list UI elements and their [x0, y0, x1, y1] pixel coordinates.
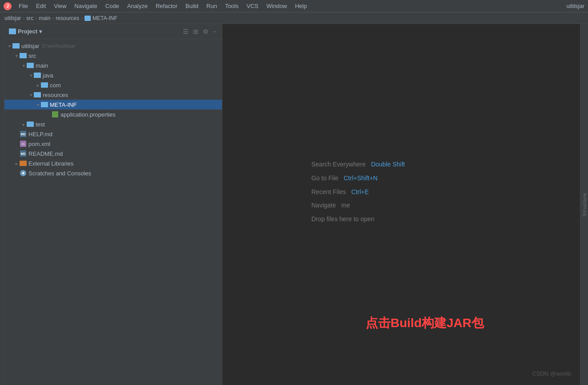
breadcrumb-item-1[interactable]: src: [26, 15, 33, 21]
right-sidebar: Structure: [580, 24, 588, 385]
collapse-all-button[interactable]: ☰: [182, 27, 189, 36]
structure-label: Structure: [582, 193, 587, 217]
menu-vcs[interactable]: VCS: [243, 1, 262, 11]
menu-analyze[interactable]: Analyze: [124, 1, 151, 11]
navigate-suffix: me: [341, 199, 350, 212]
settings-button[interactable]: ⚙: [202, 27, 209, 36]
breadcrumb-item-2[interactable]: main: [39, 15, 50, 21]
item-label: META-INF: [50, 101, 77, 108]
menu-bar: J File Edit View Navigate Code Analyze R…: [0, 0, 588, 12]
tree-item-readme-md[interactable]: MD README.md: [4, 149, 222, 158]
folder-open-icon: [41, 101, 48, 108]
project-name: uitilsjar: [567, 3, 584, 9]
item-label: java: [43, 72, 53, 79]
panel-actions: ☰ ⊞ ⚙ −: [182, 27, 217, 36]
project-tree: ▾ uitilsjar D:\work\uitilsjar ▾ src ▾: [4, 39, 222, 385]
menu-tools[interactable]: Tools: [222, 1, 242, 11]
close-panel-button[interactable]: −: [212, 27, 217, 36]
file-xml-icon: m: [20, 141, 27, 147]
item-label: HELP.md: [28, 131, 52, 138]
tree-item-app-properties[interactable]: 🌿 application.properties: [4, 109, 222, 119]
search-hint-label: Search Everywhere: [311, 158, 366, 171]
folder-src-icon: [34, 72, 41, 78]
item-label: main: [36, 62, 48, 69]
breadcrumb-item-4[interactable]: META-INF: [85, 15, 117, 21]
panel-header: Project ▾ ☰ ⊞ ⚙ −: [4, 24, 222, 39]
folder-icon: [85, 16, 91, 21]
menu-refactor[interactable]: Refactor: [152, 1, 181, 11]
item-label: test: [36, 121, 45, 128]
item-label: src: [28, 53, 36, 59]
folder-icon: [20, 53, 27, 59]
drop-hint-label: Drop files here to open: [311, 212, 375, 226]
left-gutter: [0, 24, 4, 385]
breadcrumb-item-0[interactable]: uitilsjar: [4, 15, 21, 21]
tree-item-external-libraries[interactable]: ▸ External Libraries: [4, 158, 222, 168]
arrow-icon: ▾: [13, 53, 20, 58]
menu-code[interactable]: Code: [102, 1, 123, 11]
tree-item-test[interactable]: ▸ test: [4, 119, 222, 129]
tree-item-java[interactable]: ▾ java: [4, 70, 222, 80]
goto-hint-shortcut: Ctrl+Shift+N: [344, 171, 378, 185]
goto-hint-row: Go to File Ctrl+Shift+N: [311, 171, 405, 185]
file-md-icon: MD: [20, 131, 27, 137]
app-icon: J: [4, 2, 12, 10]
item-label: Scratches and Consoles: [28, 170, 91, 177]
tree-item-meta-inf[interactable]: ▾ META-INF: [4, 100, 222, 109]
folder-icon: [27, 121, 34, 127]
tree-item-main[interactable]: ▾ main: [4, 61, 222, 70]
menu-edit[interactable]: Edit: [32, 1, 49, 11]
folder-icon: [27, 62, 34, 69]
folder-open-icon: [12, 43, 20, 49]
project-panel: Project ▾ ☰ ⊞ ⚙ − ▾ uitilsjar D:\work\ui…: [4, 24, 222, 385]
item-path: D:\work\uitilsjar: [42, 43, 75, 49]
chinese-annotation: 点击Build构建JAR包: [366, 315, 484, 332]
arrow-icon: ▾: [28, 93, 34, 97]
tree-item-resources[interactable]: ▾ resources: [4, 90, 222, 100]
menu-navigate[interactable]: Navigate: [71, 1, 101, 11]
folder-icon: [41, 82, 48, 88]
tree-item-uitilsjar[interactable]: ▾ uitilsjar D:\work\uitilsjar: [4, 41, 222, 51]
tree-item-com[interactable]: ▸ com: [4, 80, 222, 90]
folder-icon: [34, 92, 41, 98]
menu-help[interactable]: Help: [291, 1, 310, 11]
arrow-icon: ▾: [20, 63, 27, 68]
menu-build[interactable]: Build: [182, 1, 202, 11]
panel-folder-icon: [9, 28, 16, 34]
menu-run[interactable]: Run: [203, 1, 221, 11]
drop-hint-row: Drop files here to open: [311, 212, 405, 226]
arrow-icon: ▸: [20, 122, 27, 127]
editor-area: Search Everywhere Double Shift Go to Fil…: [222, 24, 580, 385]
navigate-hint-label: Navigate: [311, 199, 336, 212]
arrow-icon: ▾: [35, 102, 41, 107]
breadcrumb: uitilsjar › src › main › resources › MET…: [0, 12, 588, 24]
menu-view[interactable]: View: [50, 1, 70, 11]
scratch-icon: ✱: [20, 170, 27, 176]
tree-item-pom-xml[interactable]: m pom.xml: [4, 139, 222, 149]
main-layout: Project ▾ ☰ ⊞ ⚙ − ▾ uitilsjar D:\work\ui…: [0, 24, 588, 385]
recent-hint-label: Recent Files: [311, 185, 346, 199]
recent-hint-row: Recent Files Ctrl+E: [311, 185, 405, 199]
file-md-icon: MD: [20, 150, 27, 157]
search-hint-row: Search Everywhere Double Shift: [311, 158, 405, 171]
tree-item-src[interactable]: ▾ src: [4, 51, 222, 61]
panel-dropdown-arrow[interactable]: ▾: [39, 28, 42, 35]
arrow-icon: ▾: [28, 73, 34, 78]
recent-hint-shortcut: Ctrl+E: [351, 185, 369, 199]
search-hint-shortcut: Double Shift: [371, 158, 405, 171]
item-label: uitilsjar: [21, 43, 39, 49]
tree-item-help-md[interactable]: MD HELP.md: [4, 129, 222, 139]
hint-panel: Search Everywhere Double Shift Go to Fil…: [311, 158, 405, 226]
menu-window[interactable]: Window: [263, 1, 290, 11]
item-label: README.md: [28, 150, 63, 157]
expand-button[interactable]: ⊞: [192, 27, 199, 36]
item-label: External Libraries: [28, 160, 73, 167]
panel-title: Project ▾: [9, 28, 178, 35]
menu-file[interactable]: File: [15, 1, 32, 11]
arrow-icon: ▾: [6, 44, 12, 49]
breadcrumb-item-3[interactable]: resources: [56, 15, 79, 21]
item-label: com: [50, 82, 61, 89]
tree-item-scratches[interactable]: ✱ Scratches and Consoles: [4, 168, 222, 178]
menu-items: File Edit View Navigate Code Analyze Ref…: [15, 1, 567, 11]
navigate-hint-row: Navigate me: [311, 199, 405, 212]
